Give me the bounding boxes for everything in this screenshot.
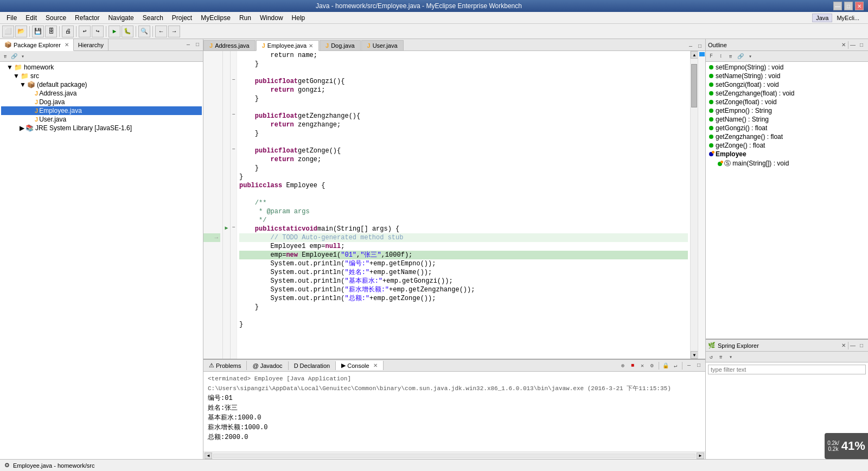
maximize-bottom-btn[interactable]: □ — [694, 361, 703, 370]
console-settings-btn[interactable]: ⚙ — [648, 361, 656, 370]
minimize-spring-btn[interactable]: — — [848, 341, 857, 350]
menu-refactor[interactable]: Refactor — [71, 13, 104, 23]
outline-setZonge[interactable]: setZonge(float) : void — [707, 98, 867, 106]
tree-homework[interactable]: ▼ 📁 homework — [1, 63, 202, 72]
link-editor-btn[interactable]: 🔗 — [10, 52, 18, 61]
remove-launch-btn[interactable]: ✕ — [638, 361, 647, 370]
tab-javadoc[interactable]: @ Javadoc — [247, 361, 288, 370]
outline-main[interactable]: Ⓢ main(String[]) : void — [707, 158, 867, 169]
tab-dog-java[interactable]: J Dog.java — [320, 40, 361, 50]
menu-myeclipse[interactable]: MyEclipse — [196, 13, 235, 23]
open-btn[interactable]: 📂 — [15, 26, 27, 37]
tab-hierarchy[interactable]: Hierarchy — [74, 39, 108, 50]
collapse-all-btn[interactable]: ⇈ — [1, 52, 10, 61]
spring-refresh-btn[interactable]: ↺ — [707, 353, 716, 361]
menu-file[interactable]: File — [2, 13, 21, 23]
tab-declaration[interactable]: D Declaration — [289, 361, 336, 370]
code-content[interactable]: return name; } public float getGongzi(){… — [237, 51, 690, 359]
outline-getName[interactable]: getName() : String — [707, 115, 867, 124]
outline-Employee-class[interactable]: Employee — [707, 150, 867, 158]
employee-tab-close[interactable]: ✕ — [309, 43, 313, 49]
next-edit-btn[interactable]: → — [168, 26, 180, 37]
menu-help[interactable]: Help — [288, 13, 310, 23]
maximize-editor-btn[interactable]: □ — [695, 42, 704, 50]
outline-getZonge[interactable]: getZonge() : float — [707, 141, 867, 150]
tree-address-java[interactable]: J Address.java — [1, 89, 202, 98]
save-all-btn[interactable]: 🗄 — [45, 26, 57, 37]
outline-hide-fields-btn[interactable]: F — [707, 52, 716, 61]
prev-edit-btn[interactable]: ← — [155, 26, 167, 37]
new-btn[interactable]: ⬜ — [2, 26, 14, 37]
maximize-outline-btn[interactable]: □ — [857, 41, 866, 49]
redo-btn[interactable]: ↪ — [92, 26, 104, 37]
outline-getZonge-label: getZonge() : float — [716, 142, 765, 149]
perspective-myeclipse[interactable]: MyEcli... — [834, 14, 861, 22]
tree-dog-java[interactable]: J Dog.java — [1, 98, 202, 106]
menu-project[interactable]: Project — [168, 13, 196, 23]
tab-problems[interactable]: ⚠ Problems — [203, 361, 247, 370]
spring-menu-btn[interactable]: ▾ — [726, 353, 735, 361]
maximize-btn[interactable]: □ — [844, 2, 853, 10]
package-explorer-close[interactable]: ✕ — [65, 42, 69, 48]
search-btn[interactable]: 🔍 — [138, 26, 150, 37]
menu-search[interactable]: Search — [138, 13, 168, 23]
close-outline-btn[interactable]: ✕ — [839, 41, 848, 49]
hscroll-right-btn[interactable]: ▶ — [697, 453, 704, 459]
outline-setZengzhange[interactable]: setZengzhange(float) : void — [707, 89, 867, 98]
undo-btn[interactable]: ↩ — [79, 26, 91, 37]
outline-sort-btn[interactable]: ↕ — [717, 52, 725, 61]
outline-collapse-btn[interactable]: ⇈ — [726, 52, 735, 61]
tree-default-package[interactable]: ▼ 📦 (default package) — [1, 80, 202, 89]
perspective-java[interactable]: Java — [812, 14, 832, 22]
tree-src[interactable]: ▼ 📁 src — [1, 72, 202, 80]
outline-setName[interactable]: setName(String) : void — [707, 72, 867, 80]
word-wrap-btn[interactable]: ↵ — [671, 361, 680, 370]
minimize-left-btn[interactable]: — — [184, 41, 193, 49]
minimize-btn[interactable]: — — [833, 2, 842, 10]
tab-package-explorer[interactable]: 📦 Package Explorer ✕ — [0, 39, 74, 51]
close-spring-btn[interactable]: ✕ — [839, 341, 848, 350]
minimize-outline-btn[interactable]: — — [848, 41, 857, 49]
tab-employee-java[interactable]: J Employee.java ✕ — [256, 40, 319, 51]
outline-link-btn[interactable]: 🔗 — [736, 52, 745, 61]
view-menu-btn[interactable]: ▾ — [18, 52, 27, 61]
print-btn[interactable]: 🖨 — [62, 26, 74, 37]
maximize-spring-btn[interactable]: □ — [857, 341, 866, 350]
outline-setGongzi[interactable]: setGongzi(float) : void — [707, 80, 867, 89]
hscroll-left-btn[interactable]: ◀ — [205, 453, 212, 459]
outline-setEmpno[interactable]: setEmpno(String) : void — [707, 63, 867, 72]
tab-user-java[interactable]: J User.java — [361, 40, 404, 50]
terminate-btn[interactable]: ■ — [628, 361, 637, 370]
save-btn[interactable]: 💾 — [32, 26, 44, 37]
menu-edit[interactable]: Edit — [21, 13, 41, 23]
run-btn[interactable]: ▶ — [108, 26, 120, 37]
menu-window[interactable]: Window — [256, 13, 288, 23]
menu-navigate[interactable]: Navigate — [104, 13, 138, 23]
maximize-left-btn[interactable]: □ — [193, 41, 202, 49]
perf-mem-line1: 0.2k/ — [827, 440, 839, 446]
tree-employee-java[interactable]: J Employee.java — [1, 106, 202, 115]
outline-getEmpno[interactable]: getEmpno() : String — [707, 106, 867, 115]
menu-run[interactable]: Run — [235, 13, 256, 23]
spring-expand-btn[interactable]: ⇈ — [717, 353, 725, 361]
tab-console[interactable]: ▶ Console ✕ — [336, 361, 383, 370]
tab-address-java[interactable]: J Address.java — [203, 40, 256, 50]
debug-btn[interactable]: 🐛 — [122, 26, 133, 37]
minimize-bottom-btn[interactable]: — — [685, 361, 693, 370]
outline-getGongzi[interactable]: getGongzi() : float — [707, 124, 867, 132]
console-hscroll[interactable]: ◀ ▶ — [203, 451, 705, 459]
console-close[interactable]: ✕ — [373, 362, 378, 368]
scroll-up-btn[interactable]: ▲ — [691, 51, 698, 59]
tree-jre[interactable]: ▶ 📚 JRE System Library [JavaSE-1.6] — [1, 124, 202, 132]
outline-getZengzhange[interactable]: getZengzhange() : float — [707, 132, 867, 141]
spring-filter-input[interactable] — [708, 365, 866, 374]
tree-user-java[interactable]: J User.java — [1, 115, 202, 124]
clear-console-btn[interactable]: ⊗ — [618, 361, 627, 370]
scroll-down-btn[interactable]: ▼ — [691, 351, 698, 359]
minimize-editor-btn[interactable]: — — [686, 42, 695, 50]
menu-source[interactable]: Source — [41, 13, 71, 23]
editor-vscroll[interactable]: ▲ ▼ — [690, 51, 698, 359]
outline-menu-btn[interactable]: ▾ — [746, 52, 755, 61]
close-btn[interactable]: ✕ — [855, 2, 864, 10]
scroll-lock-btn[interactable]: 🔒 — [661, 361, 670, 370]
